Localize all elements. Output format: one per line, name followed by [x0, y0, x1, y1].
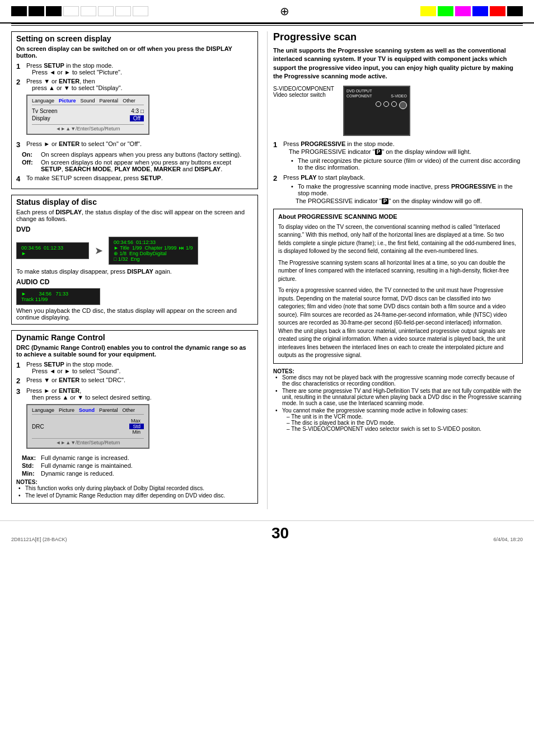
- prog-note-2: • There are some progressive TV and High…: [275, 388, 523, 406]
- setting-on-screen-display-section: Setting on screen display On screen disp…: [11, 31, 258, 189]
- dvd-play-indicator: ►: [21, 251, 84, 256]
- bar-block: [11, 6, 27, 16]
- drc-opt-max: Max: [128, 418, 144, 424]
- bar-left: [11, 6, 148, 16]
- step-4: 4 To make SETUP screen disappear, press …: [16, 175, 253, 183]
- bullet-icon: •: [275, 388, 280, 406]
- prog-step-2: 2 Press PLAY to start playback. • To mak…: [273, 174, 523, 204]
- bar-block: [29, 6, 44, 16]
- min-label: Min:: [22, 470, 38, 477]
- status-intro: Each press of DISPLAY, the status displa…: [16, 209, 253, 222]
- drc-step-3-text: Press ► or ENTER,: [26, 387, 253, 394]
- bullet-icon: •: [291, 183, 296, 196]
- drc-notes-title: NOTES:: [16, 479, 253, 485]
- section-title-status: Status display of disc: [16, 198, 253, 206]
- bar-block-red: [490, 6, 505, 16]
- right-column: Progressive scan The unit supports the P…: [267, 31, 523, 509]
- off-explanation: Off: On screen displays do not appear wh…: [22, 159, 253, 172]
- step-num-3: 3: [16, 140, 24, 149]
- step-2: 2 Press ▼ or ENTER, then press ▲ or ▼ to…: [16, 78, 253, 138]
- section-title-drc: Dynamic Range Control: [16, 333, 253, 342]
- tv-diagram: DVD OUTPUT COMPONENT S-VIDEO: [343, 86, 410, 136]
- max-label: Max:: [22, 454, 38, 461]
- tv-component: COMPONENT: [346, 94, 372, 98]
- menu-label-display: Display: [32, 115, 50, 121]
- top-bar: ⊕: [0, 0, 534, 24]
- menu-hdr-sound: Sound: [81, 98, 95, 104]
- prog-notes-title: NOTES:: [273, 368, 523, 374]
- dvd-exp-row2: ► Title 1/99 Chapter 1/999 ⏭ 1/9: [114, 245, 193, 251]
- prog-note-1: • Some discs may not be played back with…: [275, 374, 523, 387]
- sv-label: S-VIDEO/COMPONENT: [273, 86, 334, 92]
- audio-cd-label: AUDIO CD: [16, 278, 253, 286]
- tv-row-2: COMPONENT S-VIDEO: [346, 94, 407, 98]
- drc-opt-std: Std: [129, 424, 144, 429]
- drc-hdr-lang: Language: [32, 407, 54, 413]
- setting-menu-box: Language Picture Sound Parental Other Tv…: [26, 95, 149, 135]
- drc-note-2-text: The level of Dynamic Range Reduction may…: [25, 492, 225, 499]
- menu-row-tvscreen: Tv Screen 4:3 □: [32, 107, 144, 115]
- prog-indicator-p2: P: [382, 198, 389, 204]
- prog-intro: The unit supports the Progressive scanni…: [273, 46, 523, 81]
- setting-intro: On screen display can be switched on or …: [16, 45, 253, 59]
- on-label: On:: [22, 151, 38, 158]
- dvd-box-simple: 00:34:56 01:12:33 ►: [16, 242, 89, 259]
- menu-value-display: Off: [130, 115, 144, 121]
- prog-step-2-sub: • To make the progressive scanning mode …: [289, 183, 523, 204]
- bullet-icon: •: [18, 485, 23, 491]
- menu-hdr-other: Other: [123, 98, 135, 104]
- footer-right-text: 6/4/04, 18:20: [493, 537, 523, 542]
- about-progressive-box: About PROGRESSIVE SCANNING MODE To displ…: [273, 209, 523, 364]
- tv-svideo-connector: [399, 101, 407, 109]
- dvd-display: 00:34:56 01:12:33 ► ➤ 00:34:56 01:12:33 …: [16, 237, 253, 265]
- std-label: Std:: [22, 462, 38, 469]
- disappear-text: To make status display disappear, press …: [16, 268, 253, 275]
- menu-label-tvscreen: Tv Screen: [32, 108, 58, 114]
- tv-circle-2: [383, 101, 389, 107]
- tv-area: S-VIDEO/COMPONENT Video selector switch …: [273, 86, 523, 136]
- step-num-1: 1: [16, 62, 24, 71]
- drc-hdr-parental: Parental: [99, 407, 118, 413]
- dvd-box-expanded: 00:34:56 01:12:33 ► Title 1/99 Chapter 1…: [109, 237, 198, 265]
- step-2-sub: press ▲ or ▼ to select "Display".: [32, 84, 253, 91]
- drc-intro: DRC (Dynamic Range Control) enables you …: [16, 344, 253, 358]
- tv-circle-1: [376, 101, 381, 107]
- max-explanation: Max: Full dynamic range is increased.: [22, 454, 253, 461]
- step-3: 3 Press ► or ENTER to select "On" or "Of…: [16, 140, 253, 149]
- drc-step-num-2: 2: [16, 377, 24, 385]
- min-explanation: Min: Dynamic range is reduced.: [22, 470, 253, 477]
- prog-step-2-bullet1: • To make the progressive scanning mode …: [291, 183, 523, 196]
- tv-row-1: DVD OUTPUT: [346, 89, 407, 93]
- tv-inner: DVD OUTPUT COMPONENT S-VIDEO: [344, 87, 409, 135]
- bar-right: [420, 6, 523, 16]
- dvd-exp-row3: ⊕ 1/8 Eng DolbyDigital: [114, 251, 193, 256]
- menu-row-display: Display Off: [32, 115, 144, 122]
- bar-block-green: [438, 6, 453, 16]
- prog-title: Progressive scan: [273, 31, 523, 43]
- prog-step-num-2: 2: [273, 174, 281, 182]
- prog-step-1-content: Press PROGRESSIVE in the stop mode. The …: [283, 140, 523, 172]
- step-2-text: Press ▼ or ENTER, then: [26, 78, 253, 84]
- drc-section: Dynamic Range Control DRC (Dynamic Range…: [11, 330, 258, 504]
- drc-menu-header: Language Picture Sound Parental Other: [32, 407, 144, 415]
- tv-label-dvd-output: DVD OUTPUT: [346, 89, 372, 93]
- prog-note-3: • You cannot make the progressive scanni…: [275, 407, 523, 432]
- prog-step-1-bullet: • The unit recognizes the picture source…: [291, 157, 523, 171]
- drc-step-num-3: 3: [16, 387, 24, 396]
- drc-menu-row: DRC Max Std Min: [32, 417, 144, 436]
- dvd-exp-time: 00:34:56 01:12:33: [114, 240, 193, 245]
- prog-note-2-text: There are some progressive TV and High-D…: [282, 388, 523, 406]
- page-footer: 2D81121A[E] (28-BACK) 30 6/4/04, 18:20: [0, 520, 534, 546]
- crosshair-icon: ⊕: [280, 4, 289, 18]
- bar-block: [46, 6, 62, 16]
- dvd-label: DVD: [16, 226, 253, 233]
- drc-menu-box: Language Picture Sound Parental Other DR…: [26, 404, 149, 449]
- prog-step-2-content: Press PLAY to start playback. • To make …: [283, 174, 523, 204]
- drc-menu-footer: ◄►▲▼/Enter/Setup/Return: [32, 438, 144, 445]
- bullet-icon: •: [275, 374, 280, 387]
- drc-options: Max Std Min: [128, 418, 144, 435]
- bar-block: [115, 6, 131, 16]
- menu-hdr-parental: Parental: [100, 98, 119, 104]
- bar-block: [133, 6, 148, 16]
- prog-step-2-bullet1-text: To make the progressive scanning mode in…: [298, 183, 523, 196]
